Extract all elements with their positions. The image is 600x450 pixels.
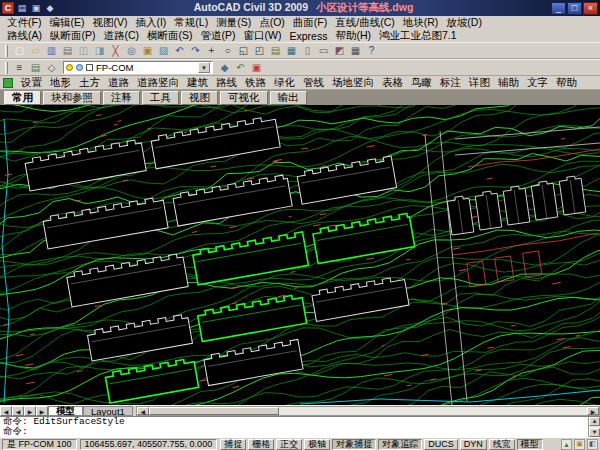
- hongye-tab[interactable]: 管线: [299, 76, 328, 90]
- hongye-tab[interactable]: 道路竖向: [133, 76, 183, 90]
- menu-item[interactable]: 直线/曲线(C): [331, 16, 399, 30]
- make-object-layer-current-icon[interactable]: ◆: [217, 61, 232, 75]
- redo-icon[interactable]: ↷: [188, 44, 203, 58]
- undo-icon[interactable]: ↶: [172, 44, 187, 58]
- command-lines[interactable]: 命令: EditSurfaceStyle 命令:: [0, 417, 588, 437]
- quickcalc-icon[interactable]: ▦: [348, 44, 363, 58]
- scroll-left-icon[interactable]: ◀: [137, 407, 149, 415]
- status-toggle-button[interactable]: 对象追踪: [378, 439, 422, 450]
- hongye-tab[interactable]: 道路: [104, 76, 133, 90]
- hongye-tab[interactable]: 铁路: [241, 76, 270, 90]
- layer-isolate-icon[interactable]: ◇: [44, 61, 59, 75]
- zoom-window-icon[interactable]: ◱: [236, 44, 251, 58]
- scrollbar-thumb[interactable]: [149, 407, 279, 415]
- layer-properties-icon[interactable]: ≡: [12, 61, 27, 75]
- horizontal-scrollbar[interactable]: ◀ ▶: [136, 406, 600, 416]
- sheet-set-manager-icon[interactable]: ▭: [316, 44, 331, 58]
- tool-palettes-icon[interactable]: ▯: [300, 44, 315, 58]
- plot-preview-icon[interactable]: ◫: [76, 44, 91, 58]
- minimize-button[interactable]: _: [551, 2, 566, 15]
- ribbon-tab[interactable]: 块和参照: [43, 91, 101, 105]
- cut-icon[interactable]: ╳: [108, 44, 123, 58]
- last-tab-button[interactable]: ▶: [36, 406, 48, 416]
- next-tab-button[interactable]: ▶: [24, 406, 36, 416]
- status-toggle-button[interactable]: DUCS: [424, 439, 458, 450]
- hongye-tab[interactable]: 标注: [436, 76, 465, 90]
- open-icon[interactable]: ▱: [28, 44, 43, 58]
- menu-item[interactable]: 地块(R): [399, 16, 443, 30]
- hongye-tab[interactable]: 场地竖向: [328, 76, 378, 90]
- combo-dropdown-icon[interactable]: ▼: [198, 62, 210, 73]
- layer-previous-icon[interactable]: ↶: [233, 61, 248, 75]
- close-button[interactable]: ×: [583, 2, 598, 15]
- status-toggle-button[interactable]: 对象捕捉: [332, 439, 376, 450]
- ribbon-tab[interactable]: 可视化: [220, 91, 268, 105]
- menu-item[interactable]: 曲面(F): [289, 16, 331, 30]
- scroll-down-icon[interactable]: ▼: [589, 428, 600, 437]
- menu-item[interactable]: 管道(P): [197, 29, 240, 43]
- hongye-tab[interactable]: 辅助: [494, 76, 523, 90]
- menu-item[interactable]: 路线(A): [3, 29, 46, 43]
- command-scrollbar[interactable]: ▲ ▼: [588, 417, 600, 437]
- hongye-tab[interactable]: 帮助: [552, 76, 581, 90]
- menu-item[interactable]: 横断面(S): [143, 29, 197, 43]
- menu-item[interactable]: 编辑(E): [45, 16, 88, 30]
- hongye-tab[interactable]: 土方: [75, 76, 104, 90]
- menu-item[interactable]: 视图(V): [88, 16, 131, 30]
- workspace-icon[interactable]: ▤: [16, 2, 28, 14]
- ribbon-tab[interactable]: 常用: [4, 91, 41, 105]
- menu-item[interactable]: 道路(C): [100, 29, 144, 43]
- color-control-icon[interactable]: ▣: [249, 61, 264, 75]
- hongye-tab[interactable]: 绿化: [270, 76, 299, 90]
- toolbar-grip[interactable]: [5, 45, 8, 57]
- toolbar-lock-icon[interactable]: ▣: [574, 439, 585, 450]
- ribbon-tab[interactable]: 注释: [103, 91, 140, 105]
- drawing-area[interactable]: [0, 105, 600, 405]
- pan-icon[interactable]: +: [204, 44, 219, 58]
- publish-icon[interactable]: ◨: [92, 44, 107, 58]
- properties-icon[interactable]: ▤: [268, 44, 283, 58]
- model-tab[interactable]: 模型: [48, 406, 83, 416]
- status-toggle-button[interactable]: 极轴: [304, 439, 330, 450]
- markup-set-icon[interactable]: ◩: [332, 44, 347, 58]
- ribbon-tab[interactable]: 视图: [181, 91, 218, 105]
- zoom-realtime-icon[interactable]: ○: [220, 44, 235, 58]
- hongye-tab[interactable]: 设置: [17, 76, 46, 90]
- hongye-tab[interactable]: 路线: [212, 76, 241, 90]
- menu-item[interactable]: 测量(S): [212, 16, 255, 30]
- zoom-previous-icon[interactable]: ◰: [252, 44, 267, 58]
- plot-icon[interactable]: ▤: [60, 44, 75, 58]
- menu-item[interactable]: 常规(L): [170, 16, 212, 30]
- menu-item[interactable]: 鸿业工业总图7.1: [375, 29, 461, 43]
- designcenter-icon[interactable]: ▦: [284, 44, 299, 58]
- scroll-up-icon[interactable]: ▲: [589, 417, 600, 426]
- annotation-scale-icon[interactable]: ▲: [561, 439, 572, 450]
- status-toggle-button[interactable]: 栅格: [248, 439, 274, 450]
- coordinates-readout[interactable]: 106455.697, 405507.755, 0.000: [80, 439, 218, 450]
- command-prompt-line[interactable]: 命令:: [3, 427, 585, 437]
- menu-item[interactable]: 放坡(D): [442, 16, 486, 30]
- hongye-tab[interactable]: 文字: [523, 76, 552, 90]
- hongye-tab[interactable]: 建筑: [183, 76, 212, 90]
- status-toggle-button[interactable]: 捕捉: [220, 439, 246, 450]
- hongye-tab[interactable]: 详图: [465, 76, 494, 90]
- civil3d-app-icon[interactable]: C: [2, 2, 14, 14]
- communication-center-icon[interactable]: ▣: [30, 2, 42, 14]
- menu-item[interactable]: 窗口(W): [240, 29, 286, 43]
- toolbar-grip[interactable]: [5, 62, 8, 74]
- layout1-tab[interactable]: Layout1: [83, 406, 133, 416]
- hongye-tab[interactable]: 鸟瞰: [407, 76, 436, 90]
- first-tab-button[interactable]: ◀: [0, 406, 12, 416]
- layer-control-combo[interactable]: FP-COM ▼: [63, 61, 213, 74]
- menu-item[interactable]: 文件(F): [3, 16, 45, 30]
- scrollbar-track[interactable]: [279, 407, 587, 415]
- favorites-icon[interactable]: ◆: [44, 2, 56, 14]
- status-toggle-button[interactable]: 模型: [517, 439, 543, 450]
- paste-icon[interactable]: ▣: [140, 44, 155, 58]
- menu-item[interactable]: 纵断面(P): [46, 29, 100, 43]
- maximize-button[interactable]: □: [567, 2, 582, 15]
- scroll-right-icon[interactable]: ▶: [587, 407, 599, 415]
- menu-item[interactable]: 点(O): [255, 16, 289, 30]
- help-icon[interactable]: ?: [364, 44, 379, 58]
- ribbon-tab[interactable]: 输出: [270, 91, 307, 105]
